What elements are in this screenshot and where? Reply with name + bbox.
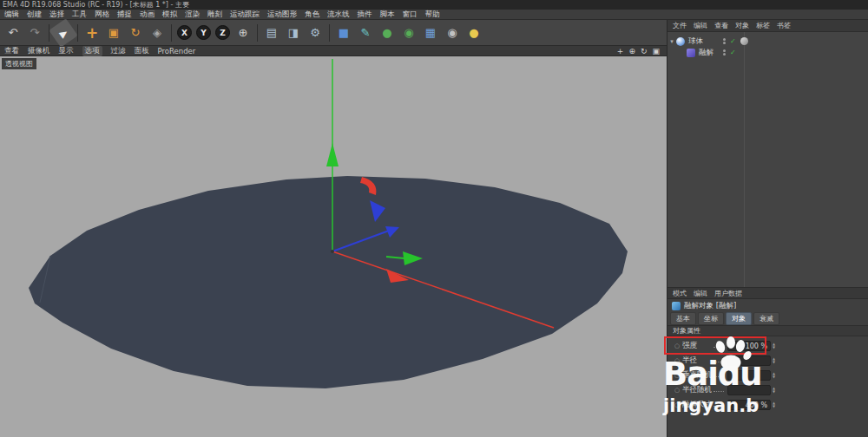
- pan-view-icon[interactable]: +: [617, 47, 624, 55]
- redo-icon[interactable]: ↷: [24, 23, 45, 43]
- toggle-view-icon[interactable]: ▣: [652, 47, 660, 55]
- object-properties-section-header[interactable]: 对象属性: [667, 325, 868, 336]
- spinner-down-icon[interactable]: ▼: [773, 390, 775, 394]
- enabled-check-icon[interactable]: ✓: [730, 38, 736, 45]
- menu-item-character[interactable]: 角色: [305, 10, 319, 20]
- viewport-menu-filter[interactable]: 过滤: [111, 46, 126, 56]
- menu-item-pipeline[interactable]: 流水线: [327, 10, 350, 20]
- property-row-melted-size: ○ 融解尺寸 400 % ▲▼: [667, 398, 868, 412]
- melted-size-spinner[interactable]: ▲▼: [773, 401, 775, 408]
- menu-item-mesh[interactable]: 网格: [95, 10, 109, 20]
- visibility-dots-icon[interactable]: [723, 49, 726, 55]
- rotate-view-icon[interactable]: ↻: [641, 47, 648, 55]
- viewport-menu-options[interactable]: 选项: [82, 46, 102, 56]
- radial-randomness-input[interactable]: [727, 385, 771, 395]
- menu-item-animate[interactable]: 动画: [140, 10, 155, 20]
- om-menu-view[interactable]: 查看: [714, 21, 728, 30]
- last-tool-icon[interactable]: ◈: [147, 23, 168, 43]
- strength-spinner[interactable]: ▲▼: [773, 342, 775, 349]
- radial-randomness-spinner[interactable]: ▲▼: [773, 387, 775, 394]
- object-label[interactable]: 球体: [688, 36, 703, 47]
- am-menu-userdata[interactable]: 用户数据: [714, 289, 742, 298]
- phong-tag-icon[interactable]: [740, 37, 748, 45]
- menu-item-help[interactable]: 帮助: [425, 10, 440, 20]
- om-menu-objects[interactable]: 对象: [735, 21, 749, 30]
- light-icon[interactable]: ●: [464, 23, 484, 43]
- enabled-check-icon[interactable]: ✓: [730, 49, 736, 56]
- coordinate-system-icon[interactable]: ⊕: [233, 23, 253, 43]
- menu-item-render[interactable]: 渲染: [185, 10, 200, 20]
- menu-item-edit[interactable]: 编辑: [4, 10, 19, 20]
- menu-item-plugins[interactable]: 插件: [358, 10, 372, 20]
- tab-falloff[interactable]: 衰减: [753, 312, 779, 325]
- menu-item-motion-tracker[interactable]: 运动跟踪: [230, 10, 260, 20]
- visibility-dots-icon[interactable]: [723, 38, 726, 44]
- primitive-cube-icon[interactable]: ■: [333, 23, 354, 43]
- zoom-view-icon[interactable]: ⊕: [628, 47, 635, 55]
- live-selection-icon[interactable]: ▶: [49, 18, 77, 47]
- tab-object[interactable]: 对象: [726, 312, 752, 325]
- spinner-down-icon[interactable]: ▼: [773, 375, 775, 379]
- melted-disc-mesh[interactable]: [29, 176, 628, 388]
- radius-input[interactable]: [727, 355, 771, 366]
- axis-z-button[interactable]: Z: [215, 25, 230, 40]
- render-view-icon[interactable]: ▤: [261, 23, 282, 43]
- object-row-sphere[interactable]: ▾ 球体 ✓: [667, 36, 868, 47]
- viewport-menu-display[interactable]: 显示: [59, 46, 74, 56]
- render-settings-icon[interactable]: ⚙: [305, 23, 326, 43]
- om-menu-edit[interactable]: 编辑: [694, 21, 707, 30]
- am-menu-mode[interactable]: 模式: [673, 289, 687, 298]
- keyframe-circle-icon[interactable]: ○: [674, 342, 680, 349]
- object-row-melt[interactable]: 融解 ✓: [667, 47, 868, 58]
- generator-icon[interactable]: ◉: [398, 23, 419, 43]
- expand-icon[interactable]: ▾: [667, 38, 676, 45]
- melted-size-input[interactable]: 400 %: [727, 400, 771, 410]
- tab-basic[interactable]: 基本: [670, 312, 696, 325]
- menu-item-tools[interactable]: 工具: [72, 10, 87, 20]
- menu-item-select[interactable]: 选择: [49, 10, 64, 20]
- spinner-down-icon[interactable]: ▼: [773, 346, 775, 349]
- camera-icon[interactable]: ◉: [442, 23, 463, 43]
- keyframe-circle-icon[interactable]: ○: [674, 401, 680, 408]
- spline-pen-icon[interactable]: ✎: [355, 23, 376, 43]
- viewport-menu-view[interactable]: 查看: [4, 46, 19, 56]
- am-menu-edit[interactable]: 编辑: [694, 289, 707, 298]
- radius-spinner[interactable]: ▲▼: [773, 357, 775, 364]
- om-menu-tags[interactable]: 标签: [756, 21, 770, 30]
- vertical-randomness-spinner[interactable]: ▲▼: [773, 372, 775, 379]
- menu-item-sculpt[interactable]: 雕刻: [207, 10, 222, 20]
- menu-item-simulate[interactable]: 模拟: [162, 10, 177, 20]
- spinner-down-icon[interactable]: ▼: [773, 405, 775, 408]
- object-label[interactable]: 融解: [699, 48, 713, 58]
- scale-tool-icon[interactable]: ▣: [103, 23, 124, 43]
- om-menu-bookmarks[interactable]: 书签: [777, 21, 791, 30]
- strength-input[interactable]: 100 %: [727, 341, 771, 351]
- vertical-randomness-input[interactable]: [727, 370, 771, 381]
- menu-item-create[interactable]: 创建: [27, 10, 42, 20]
- environment-icon[interactable]: ▦: [420, 23, 441, 43]
- menu-item-mograph[interactable]: 运动图形: [267, 10, 297, 20]
- viewport-menu-cameras[interactable]: 摄像机: [28, 46, 50, 56]
- keyframe-circle-icon[interactable]: ○: [674, 372, 680, 379]
- axis-x-button[interactable]: X: [177, 25, 192, 40]
- undo-icon[interactable]: ↶: [3, 23, 23, 43]
- perspective-viewport[interactable]: 透视视图: [0, 56, 667, 437]
- rotate-tool-icon[interactable]: ↻: [125, 23, 146, 43]
- keyframe-circle-icon[interactable]: ○: [674, 357, 680, 364]
- spinner-down-icon[interactable]: ▼: [773, 361, 775, 364]
- om-menu-file[interactable]: 文件: [673, 21, 687, 30]
- tab-coordinates[interactable]: 坐标: [698, 312, 724, 325]
- axis-y-arrow-icon[interactable]: [326, 143, 339, 166]
- move-tool-icon[interactable]: +: [82, 23, 102, 43]
- render-picture-viewer-icon[interactable]: ◨: [283, 23, 304, 43]
- leader-dots: [713, 342, 724, 348]
- axis-y-button[interactable]: Y: [196, 25, 211, 40]
- keyframe-circle-icon[interactable]: ○: [674, 387, 680, 394]
- viewport-menu-prorender[interactable]: ProRender: [158, 47, 196, 55]
- menu-item-snap[interactable]: 捕捉: [117, 10, 132, 20]
- menu-item-window[interactable]: 窗口: [403, 10, 418, 20]
- menu-item-script[interactable]: 脚本: [380, 10, 395, 20]
- viewport-menu-panel[interactable]: 面板: [135, 46, 149, 56]
- subdivision-surface-icon[interactable]: ●: [377, 23, 398, 43]
- gizmo-origin[interactable]: [331, 250, 334, 253]
